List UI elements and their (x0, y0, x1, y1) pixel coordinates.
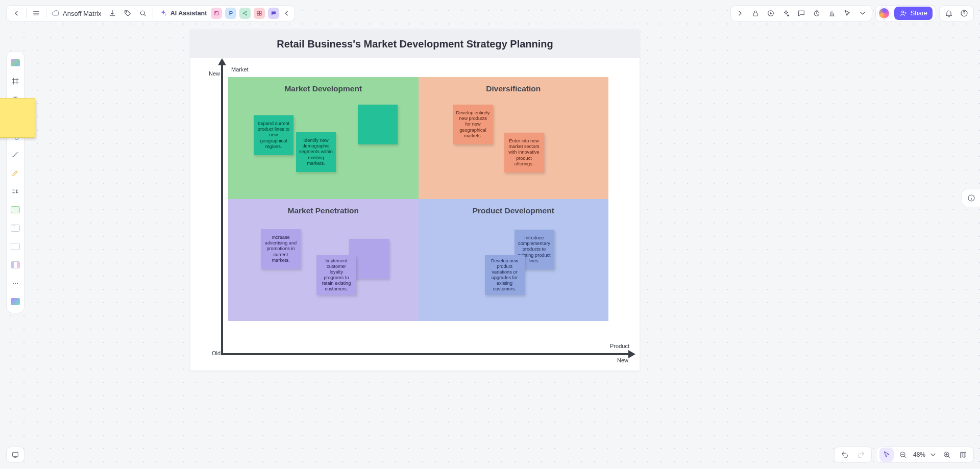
pointer-icon[interactable] (840, 6, 854, 21)
search-icon[interactable] (135, 6, 151, 21)
sticky-note[interactable]: Develop new product variations or upgrad… (485, 255, 525, 295)
x-axis-arrow-icon (628, 350, 635, 358)
sticky-note[interactable]: Identify new demographic segments within… (296, 132, 336, 172)
user-avatar[interactable] (878, 7, 890, 19)
share-label: Share (911, 10, 927, 17)
svg-rect-10 (260, 14, 262, 16)
more-tools-icon[interactable] (8, 276, 22, 290)
quadrant-title: Market Penetration (228, 199, 419, 215)
ai-assistant-label: AI Assistant (170, 10, 207, 17)
axis-label-new-x: New (617, 357, 628, 363)
document-title[interactable]: Ansoff Matrix (48, 9, 105, 17)
divider (153, 8, 153, 18)
svg-point-5 (246, 11, 247, 12)
zoom-out-icon[interactable] (896, 448, 910, 462)
lock-icon[interactable] (748, 6, 763, 21)
menu-icon[interactable] (29, 6, 44, 21)
chip-share-icon[interactable] (239, 8, 251, 19)
mindmap-tool-icon[interactable] (8, 184, 22, 199)
help-icon[interactable] (957, 6, 971, 21)
svg-point-4 (243, 13, 244, 14)
app-logo-tool[interactable] (8, 294, 22, 309)
svg-point-3 (215, 12, 216, 13)
chip-p[interactable]: P (225, 8, 236, 19)
y-axis (221, 64, 223, 355)
y-axis-arrow-icon (218, 58, 226, 65)
chevron-down-icon[interactable] (855, 6, 870, 21)
sticky-note-blank[interactable] (358, 105, 398, 144)
zoom-level[interactable]: 48% (912, 451, 926, 458)
timer-icon[interactable] (810, 6, 824, 21)
svg-point-19 (15, 283, 16, 284)
undo-icon[interactable] (838, 448, 852, 462)
sticky-note[interactable]: Develop entirely new products for new ge… (453, 105, 493, 144)
table-tool[interactable] (8, 203, 22, 217)
chip-grid-icon[interactable] (254, 8, 265, 19)
divider (26, 8, 27, 18)
undo-redo-group (834, 447, 872, 463)
x-axis (221, 353, 629, 355)
top-right-toolbar: Share (730, 5, 974, 21)
connector-tool-icon[interactable] (8, 147, 22, 162)
document-tool[interactable] (8, 221, 22, 235)
collapse-chips-icon[interactable] (281, 6, 292, 21)
quadrant-diversification[interactable]: Diversification Develop entirely new pro… (419, 77, 609, 199)
play-icon[interactable] (764, 6, 778, 21)
share-person-icon (899, 9, 908, 17)
ansoff-matrix-frame[interactable]: Retail Business's Market Development Str… (190, 30, 640, 371)
svg-point-6 (246, 14, 247, 15)
tag-icon[interactable] (120, 6, 135, 21)
vote-icon[interactable] (825, 6, 839, 21)
axis-label-new-y: New (209, 70, 220, 77)
cloud-icon (52, 9, 60, 17)
assistant-chips: P (211, 8, 281, 19)
share-button[interactable]: Share (894, 7, 933, 20)
svg-point-1 (140, 11, 144, 15)
chip-chat-icon[interactable] (268, 8, 279, 19)
left-tool-panel (6, 51, 24, 313)
minimap-icon[interactable] (956, 448, 970, 462)
zoom-in-icon[interactable] (940, 448, 954, 462)
bell-icon[interactable] (942, 6, 956, 21)
svg-point-0 (126, 11, 127, 12)
info-panel-toggle-icon[interactable] (962, 189, 980, 207)
sparkle-tool-icon[interactable] (779, 6, 793, 21)
download-icon[interactable] (105, 6, 120, 21)
quadrant-product-development[interactable]: Product Development Introduce complement… (419, 199, 609, 321)
theme-tool[interactable] (8, 56, 22, 70)
svg-point-14 (901, 11, 903, 13)
quadrant-market-penetration[interactable]: Market Penetration Increase advertising … (228, 199, 419, 321)
quadrant-market-development[interactable]: Market Development Expand current produc… (228, 77, 419, 199)
sticky-note[interactable]: Expand current product lines to new geog… (254, 115, 293, 155)
quadrant-title: Product Development (419, 199, 609, 215)
redo-icon[interactable] (854, 448, 868, 462)
divider (46, 8, 46, 18)
svg-rect-11 (753, 13, 757, 16)
feedback-button-icon[interactable] (6, 447, 24, 463)
svg-rect-21 (13, 452, 18, 456)
diagram-title: Retail Business's Market Development Str… (190, 30, 640, 58)
back-icon[interactable] (9, 6, 24, 21)
frame-tool-icon[interactable] (8, 74, 22, 88)
sticky-note[interactable]: Increase advertising and promotions in c… (261, 229, 301, 269)
zoom-dropdown-icon[interactable] (928, 448, 938, 462)
ai-assistant-button[interactable]: AI Assistant (155, 9, 211, 17)
svg-point-20 (17, 283, 18, 284)
view-controls-group: 48% (876, 447, 974, 463)
sticky-note[interactable]: Enter into new market sectors with innov… (504, 133, 544, 172)
pen-tool-icon[interactable] (8, 166, 22, 180)
sparkle-icon (159, 9, 167, 17)
comment-icon[interactable] (794, 6, 808, 21)
sticky-tool[interactable] (8, 111, 22, 125)
list-tool[interactable] (8, 239, 22, 254)
kanban-tool[interactable] (8, 258, 22, 272)
cursor-mode-icon[interactable] (879, 448, 894, 462)
expand-right-icon[interactable] (733, 6, 747, 21)
chip-image-icon[interactable] (211, 8, 222, 19)
svg-rect-9 (257, 14, 259, 16)
axis-label-old: Old (212, 350, 220, 356)
present-tools-group (730, 5, 872, 21)
help-group (939, 5, 974, 21)
quadrant-title: Market Development (228, 77, 419, 93)
sticky-note[interactable]: Implement customer loyalty programs to r… (316, 255, 356, 295)
